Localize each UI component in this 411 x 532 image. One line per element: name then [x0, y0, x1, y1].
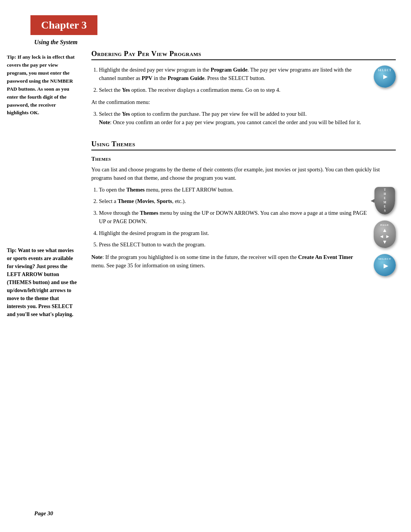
- section-using-themes: Using Themes Themes You can list and cho…: [91, 140, 396, 270]
- step-2: Select the Yes option. The receiver disp…: [99, 86, 396, 94]
- themes-button-icon: THEMES ◀: [374, 187, 395, 214]
- sidebar-tip-2: Tip: Want to see what movies or sports e…: [7, 246, 77, 318]
- sidebar: Tip: If any lock is in effect that cover…: [0, 50, 84, 322]
- themes-note: Note: If the program you highlighted is …: [91, 253, 396, 270]
- page-container: Chapter 3 Using the System Tip: If any l…: [0, 0, 411, 532]
- select-button-icon: SELECT: [374, 66, 396, 88]
- themes-steps: To open the Themes menu, press the LEFT …: [99, 185, 396, 249]
- themes-step-1: To open the Themes menu, press the LEFT …: [99, 185, 396, 194]
- step-3: Select the Yes option to confirm the pur…: [99, 110, 396, 127]
- themes-button-area: THEMES ◀: [374, 187, 395, 214]
- section1-steps: Highlight the desired pay per view progr…: [99, 66, 396, 94]
- themes-intro: You can list and choose programs by the …: [91, 165, 396, 182]
- themes-subsection-title: Themes: [91, 156, 396, 162]
- sidebar-tip-1: Tip: If any lock is in effect that cover…: [7, 53, 77, 117]
- page-button-icon: PAGE ▲ ◀ ▶ ▼: [374, 220, 396, 248]
- themes-step-2: Select a Theme (Movies, Sports, etc.).: [99, 197, 396, 205]
- section-gap: [91, 131, 396, 140]
- chapter-header: Chapter 3: [30, 15, 97, 35]
- themes-step-3: Move through the Themes menu by using th…: [99, 209, 396, 226]
- themes-step-5: Press the SELECT button to watch the pro…: [99, 240, 396, 249]
- subtitle: Using the System: [34, 39, 411, 46]
- themes-step-4: Highlight the desired program in the pro…: [99, 229, 396, 237]
- section1-step3: Select the Yes option to confirm the pur…: [99, 110, 396, 127]
- section-ordering-ppv: Ordering Pay Per View Programs SELECT Hi…: [91, 50, 396, 127]
- select-button-2-icon: SELECT ▶: [374, 254, 396, 276]
- main-layout: Tip: If any lock is in effect that cover…: [0, 50, 411, 322]
- at-confirmation-label: At the confirmation menu:: [91, 98, 396, 106]
- section2-title: Using Themes: [91, 140, 396, 150]
- step-1: Highlight the desired pay per view progr…: [99, 66, 396, 83]
- page-footer: Page 30: [34, 510, 53, 517]
- content-area: Ordering Pay Per View Programs SELECT Hi…: [84, 50, 411, 322]
- section1-title: Ordering Pay Per View Programs: [91, 50, 396, 60]
